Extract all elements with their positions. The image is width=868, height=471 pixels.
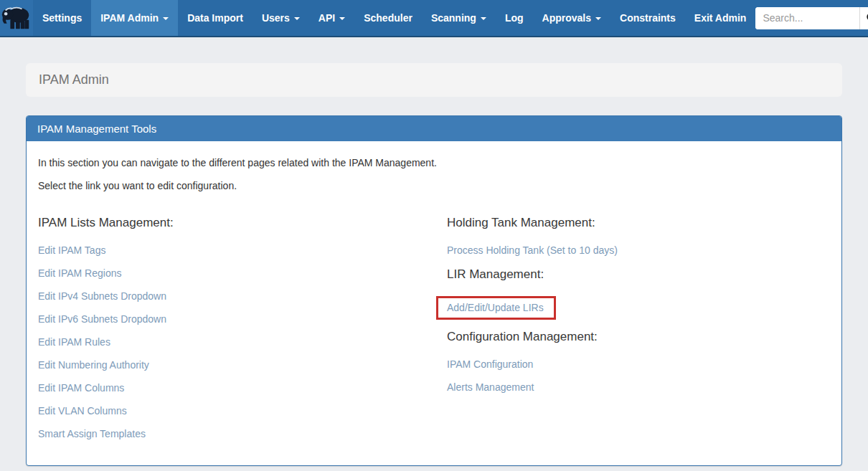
nav-item-approvals[interactable]: Approvals bbox=[533, 0, 610, 36]
link-edit-ipam-tags[interactable]: Edit IPAM Tags bbox=[38, 244, 105, 256]
nav-item-label: Scheduler bbox=[364, 12, 412, 24]
link-ipam-configuration[interactable]: IPAM Configuration bbox=[447, 358, 533, 370]
nav-item-label: Data Import bbox=[187, 12, 243, 24]
nav-item-settings[interactable]: Settings bbox=[33, 0, 91, 36]
link-smart-assign-templates[interactable]: Smart Assign Templates bbox=[38, 428, 146, 439]
search-input[interactable] bbox=[755, 7, 859, 29]
nav-item-label: Log bbox=[505, 12, 524, 24]
link-alerts-management[interactable]: Alerts Management bbox=[447, 381, 534, 393]
nav-item-label: Scanning bbox=[431, 12, 476, 24]
top-navbar: Settings IPAM Admin Data Import Users AP… bbox=[0, 0, 868, 37]
highlight-box: Add/Edit/Update LIRs bbox=[436, 296, 556, 320]
link-add-edit-update-lirs[interactable]: Add/Edit/Update LIRs bbox=[447, 302, 544, 313]
nav-item-ipam-admin[interactable]: IPAM Admin bbox=[91, 0, 178, 36]
link-edit-ipam-columns[interactable]: Edit IPAM Columns bbox=[38, 382, 124, 394]
nav-item-users[interactable]: Users bbox=[253, 0, 309, 36]
link-process-holding-tank[interactable]: Process Holding Tank (Set to 10 days) bbox=[447, 244, 618, 256]
caret-down-icon bbox=[481, 17, 486, 20]
nav-item-scanning[interactable]: Scanning bbox=[422, 0, 496, 36]
page-title: IPAM Admin bbox=[39, 72, 109, 87]
caret-down-icon bbox=[339, 17, 345, 20]
nav-item-log[interactable]: Log bbox=[496, 0, 533, 36]
mammoth-logo-icon bbox=[0, 4, 33, 32]
link-edit-ipam-rules[interactable]: Edit IPAM Rules bbox=[38, 336, 110, 348]
nav-item-label: Constraints bbox=[620, 12, 676, 24]
nav-item-label: Approvals bbox=[542, 12, 591, 24]
page-container: IPAM Admin IPAM Management Tools In this… bbox=[26, 63, 842, 466]
section-heading-ipam-lists: IPAM Lists Management: bbox=[38, 216, 447, 230]
right-management-sections: Holding Tank Management: Process Holding… bbox=[447, 216, 830, 451]
panel-heading: IPAM Management Tools bbox=[27, 116, 841, 141]
nav-item-api[interactable]: API bbox=[309, 0, 354, 36]
panel-body: In this section you can navigate to the … bbox=[27, 141, 841, 465]
link-edit-ipv4-subnets-dropdown[interactable]: Edit IPv4 Subnets Dropdown bbox=[38, 290, 166, 302]
caret-down-icon bbox=[595, 17, 601, 20]
nav-item-label: Exit Admin bbox=[694, 12, 747, 24]
link-edit-numbering-authority[interactable]: Edit Numbering Authority bbox=[38, 359, 149, 371]
link-edit-vlan-columns[interactable]: Edit VLAN Columns bbox=[38, 405, 127, 417]
navbar-right-tools bbox=[755, 0, 868, 36]
nav-item-label: Settings bbox=[42, 12, 82, 24]
ipam-management-tools-panel: IPAM Management Tools In this section yo… bbox=[26, 115, 842, 466]
link-edit-ipam-regions[interactable]: Edit IPAM Regions bbox=[38, 267, 121, 279]
nav-item-constraints[interactable]: Constraints bbox=[610, 0, 685, 36]
nav-item-scheduler[interactable]: Scheduler bbox=[354, 0, 422, 36]
section-heading-holding-tank: Holding Tank Management: bbox=[447, 216, 830, 230]
search-button[interactable] bbox=[859, 7, 868, 29]
section-heading-lir: LIR Management: bbox=[447, 267, 830, 282]
app-logo[interactable] bbox=[0, 0, 33, 36]
section-heading-configuration: Configuration Management: bbox=[447, 330, 830, 344]
caret-down-icon bbox=[163, 17, 169, 20]
nav-item-label: API bbox=[319, 12, 335, 24]
link-columns: IPAM Lists Management: Edit IPAM Tags Ed… bbox=[38, 216, 830, 451]
nav-item-label: Users bbox=[262, 12, 290, 24]
nav-item-data-import[interactable]: Data Import bbox=[178, 0, 253, 36]
intro-text-2: Select the link you want to edit configu… bbox=[38, 180, 830, 191]
nav-item-label: IPAM Admin bbox=[100, 12, 159, 24]
page-title-bar: IPAM Admin bbox=[26, 63, 842, 97]
nav-item-exit-admin[interactable]: Exit Admin bbox=[685, 0, 756, 36]
intro-text-1: In this section you can navigate to the … bbox=[38, 157, 830, 168]
caret-down-icon bbox=[294, 17, 300, 20]
ipam-lists-management-section: IPAM Lists Management: Edit IPAM Tags Ed… bbox=[38, 216, 447, 451]
link-edit-ipv6-subnets-dropdown[interactable]: Edit IPv6 Subnets Dropdown bbox=[38, 313, 166, 325]
search-group bbox=[755, 7, 868, 29]
